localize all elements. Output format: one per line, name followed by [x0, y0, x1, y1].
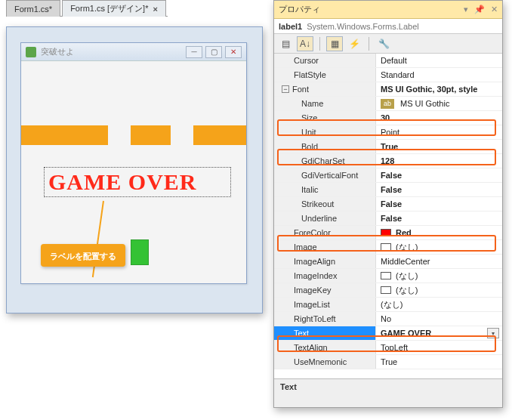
prop-row-imagekey[interactable]: ImageKey(なし) [274, 283, 502, 298]
form-title-text: 突破せよ [41, 46, 74, 57]
close-icon[interactable]: ✕ [225, 46, 242, 58]
form-icon [26, 47, 36, 57]
alphabetical-icon[interactable]: A↓ [297, 36, 313, 51]
prop-row-flatstyle[interactable]: FlatStyleStandard [274, 68, 502, 82]
annotation-callout: ラベルを配置する [41, 244, 125, 267]
prop-row-font[interactable]: −FontMS UI Gothic, 30pt, style [274, 82, 502, 97]
description-header: Text [280, 382, 297, 391]
prop-row-font-name[interactable]: NameabMS UI Gothic [274, 97, 502, 111]
prop-row-font-gdivf[interactable]: GdiVerticalFontFalse [274, 168, 502, 183]
object-name: label1 [279, 22, 302, 31]
color-swatch-icon [381, 229, 391, 236]
prop-row-cursor[interactable]: CursorDefault [274, 54, 502, 68]
prop-row-righttoleft[interactable]: RightToLeftNo [274, 312, 502, 326]
tab-form1-design[interactable]: Form1.cs [デザイン]* × [62, 0, 166, 17]
font-sample-icon: ab [381, 99, 394, 109]
image-swatch-icon [381, 286, 391, 294]
property-grid[interactable]: CursorDefault FlatStyleStandard −FontMS … [274, 54, 502, 378]
prop-row-usemnemonic[interactable]: UseMnemonicTrue [274, 355, 502, 369]
collapse-icon[interactable]: − [282, 85, 289, 93]
game-over-label[interactable]: GAME OVER [48, 169, 197, 195]
property-pages-icon[interactable]: 🔧 [375, 36, 392, 51]
prop-row-text[interactable]: TextGAME OVER▾ [274, 326, 502, 341]
orange-block[interactable] [193, 125, 246, 145]
properties-panel-title: プロパティ ▾ 📌 ✕ [274, 1, 502, 19]
form-titlebar: 突破せよ ─ ▢ ✕ [21, 43, 246, 61]
properties-icon[interactable]: ▦ [326, 36, 343, 51]
separator [319, 37, 320, 51]
prop-row-font-strikeout[interactable]: StrikeoutFalse [274, 197, 502, 212]
prop-row-imagelist[interactable]: ImageList(なし) [274, 298, 502, 312]
properties-toolbar: ▤ A↓ ▦ ⚡ 🔧 [274, 34, 502, 54]
panel-title-text: プロパティ [279, 4, 320, 15]
object-type: System.Windows.Forms.Label [307, 22, 419, 31]
tab-label: Form1.cs* [14, 5, 52, 14]
document-tab-bar: Form1.cs* Form1.cs [デザイン]* × [6, 0, 168, 17]
properties-panel: プロパティ ▾ 📌 ✕ label1 System.Windows.Forms.… [273, 0, 503, 408]
prop-row-imagealign[interactable]: ImageAlignMiddleCenter [274, 255, 502, 269]
prop-row-forecolor[interactable]: ForeColorRed [274, 226, 502, 240]
callout-text: ラベルを配置する [50, 252, 116, 261]
prop-row-imageindex[interactable]: ImageIndex(なし) [274, 269, 502, 283]
maximize-icon[interactable]: ▢ [205, 46, 222, 58]
close-icon[interactable]: × [153, 5, 157, 14]
prop-row-font-bold[interactable]: BoldTrue [274, 140, 502, 154]
events-icon[interactable]: ⚡ [346, 36, 362, 51]
prop-row-font-underline[interactable]: UnderlineFalse [274, 212, 502, 226]
separator [369, 37, 369, 51]
prop-row-image[interactable]: Image(なし) [274, 240, 502, 255]
orange-block[interactable] [131, 125, 171, 145]
categorized-icon[interactable]: ▤ [277, 36, 294, 51]
pin-icon[interactable]: 📌 [474, 5, 485, 14]
dropdown-icon[interactable]: ▾ [487, 328, 499, 338]
tab-form1-cs[interactable]: Form1.cs* [6, 0, 60, 17]
minimize-icon[interactable]: ─ [186, 46, 202, 58]
orange-block[interactable] [21, 125, 108, 145]
image-swatch-icon [381, 272, 391, 279]
prop-row-font-gdicharset[interactable]: GdiCharSet128 [274, 154, 502, 168]
prop-row-font-size[interactable]: Size30 [274, 111, 502, 125]
property-description: Text [274, 378, 502, 407]
close-icon[interactable]: ✕ [491, 5, 498, 14]
designer-surface: 突破せよ ─ ▢ ✕ GAME OVER ラベルを配置する [6, 26, 263, 313]
object-selector[interactable]: label1 System.Windows.Forms.Label [274, 19, 502, 34]
prop-row-textalign[interactable]: TextAlignTopLeft [274, 341, 502, 355]
dropdown-icon[interactable]: ▾ [464, 5, 468, 14]
prop-row-font-unit[interactable]: UnitPoint [274, 125, 502, 140]
tab-label: Form1.cs [デザイン]* [70, 3, 148, 14]
green-paddle[interactable] [131, 239, 149, 265]
image-swatch-icon [381, 243, 391, 251]
prop-row-font-italic[interactable]: ItalicFalse [274, 183, 502, 197]
